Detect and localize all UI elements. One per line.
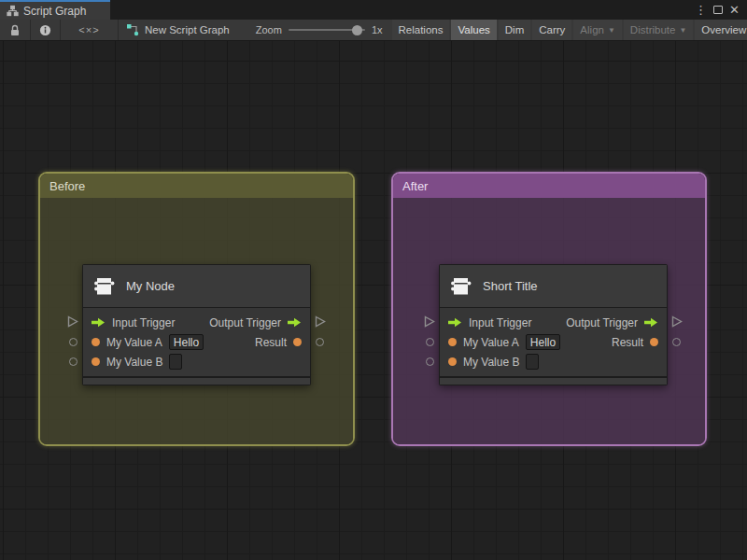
node-body: Input Trigger Output Trigger My Value A … [83,308,310,376]
result-external-port[interactable] [672,338,681,346]
value-port-icon[interactable] [448,338,457,346]
input-trigger-external-port[interactable] [424,315,435,328]
tab-bar: Script Graph ⋮ ✕ [0,0,747,20]
node-header[interactable]: Short Title [440,265,667,307]
info-button[interactable] [31,20,61,40]
info-icon [39,24,51,36]
node-short-title[interactable]: Short Title Input Trigger Output Trigger [439,264,668,385]
node-my-node[interactable]: My Node Input Trigger Output Trigger [82,264,311,385]
script-graph-node-icon [126,23,139,36]
toolbar-button-group: Relations Values Dim Carry Align ▼ Distr… [392,20,747,40]
flow-arrow-icon[interactable] [92,317,106,328]
zoom-label: Zoom [256,24,282,35]
value-a-row: My Value A Hello Result [440,332,667,352]
value-a-label: My Value A [106,336,162,349]
node-short-title-wrapper: Short Title Input Trigger Output Trigger [422,264,684,385]
new-script-graph-button[interactable]: New Script Graph [119,20,239,40]
graph-hierarchy-icon [7,5,19,17]
zoom-control: Zoom 1x [239,20,392,40]
zoom-value: 1x [372,24,392,35]
dim-button[interactable]: Dim [499,20,530,40]
value-a-label: My Value A [463,336,519,349]
zoom-slider-handle[interactable] [352,25,362,35]
group-after-header[interactable]: After [393,174,705,198]
angle-x-icon: <×> [78,24,99,35]
value-b-external-port[interactable] [426,357,434,366]
graph-toolbar: <×> New Script Graph Zoom 1x Relations V… [0,20,747,41]
value-b-row: My Value B [440,352,667,371]
node-footer [440,378,667,385]
value-a-row: My Value A Hello Result [83,332,310,352]
trigger-row: Input Trigger Output Trigger [83,313,310,332]
zoom-slider[interactable] [289,24,365,35]
value-a-external-port[interactable] [69,338,78,346]
value-b-row: My Value B [83,352,310,371]
node-footer [83,378,310,385]
value-b-input[interactable] [169,354,182,370]
unit-node-icon [449,274,473,299]
value-port-icon[interactable] [293,338,302,346]
lock-icon [9,24,21,36]
chevron-down-icon: ▼ [679,27,686,35]
output-trigger-label: Output Trigger [209,316,281,329]
carry-button[interactable]: Carry [532,20,571,40]
node-header[interactable]: My Node [83,265,310,307]
value-port-icon[interactable] [650,338,658,346]
chevron-down-icon: ▼ [608,27,615,35]
node-body: Input Trigger Output Trigger My Value A … [440,308,667,376]
flow-arrow-icon[interactable] [288,317,302,328]
flow-arrow-icon[interactable] [448,317,462,328]
input-trigger-label: Input Trigger [469,316,531,329]
group-after-label: After [402,179,428,193]
value-a-input[interactable]: Hello [526,334,560,350]
value-b-label: My Value B [463,356,519,369]
align-button[interactable]: Align ▼ [573,20,622,40]
value-a-input[interactable]: Hello [169,334,204,350]
graph-canvas[interactable]: Before After [0,41,747,560]
lock-button[interactable] [0,20,31,40]
variables-toggle-button[interactable]: <×> [61,20,119,40]
output-trigger-external-port[interactable] [315,315,326,328]
node-title: Short Title [483,279,538,293]
value-b-external-port[interactable] [69,357,78,366]
input-trigger-external-port[interactable] [67,315,78,328]
value-a-external-port[interactable] [426,338,434,346]
output-trigger-external-port[interactable] [671,315,683,328]
unit-node-icon [92,274,117,299]
new-script-graph-label: New Script Graph [145,24,230,35]
overview-button[interactable]: Overview [695,20,747,40]
value-port-icon[interactable] [92,338,100,346]
window-maximize-icon[interactable] [713,6,723,14]
tab-title: Script Graph [23,5,86,18]
result-label: Result [612,336,643,349]
input-trigger-label: Input Trigger [112,316,175,329]
window-controls: ⋮ ✕ [695,0,747,20]
value-port-icon[interactable] [448,357,457,366]
trigger-row: Input Trigger Output Trigger [440,313,667,332]
value-port-icon[interactable] [92,357,100,366]
node-my-node-wrapper: My Node Input Trigger Output Trigger [65,264,328,385]
flow-arrow-icon[interactable] [644,317,658,328]
value-b-label: My Value B [106,356,162,369]
result-label: Result [255,336,287,349]
group-before-header[interactable]: Before [40,174,353,198]
tab-script-graph[interactable]: Script Graph [0,0,110,20]
values-button[interactable]: Values [451,20,496,40]
window-close-icon[interactable]: ✕ [729,4,740,16]
node-title: My Node [126,279,175,293]
group-before-label: Before [49,179,85,193]
output-trigger-label: Output Trigger [566,316,638,329]
value-b-input[interactable] [526,354,539,370]
result-external-port[interactable] [316,338,324,346]
window-menu-icon[interactable]: ⋮ [695,4,707,16]
relations-button[interactable]: Relations [392,20,450,40]
distribute-button[interactable]: Distribute ▼ [624,20,694,40]
